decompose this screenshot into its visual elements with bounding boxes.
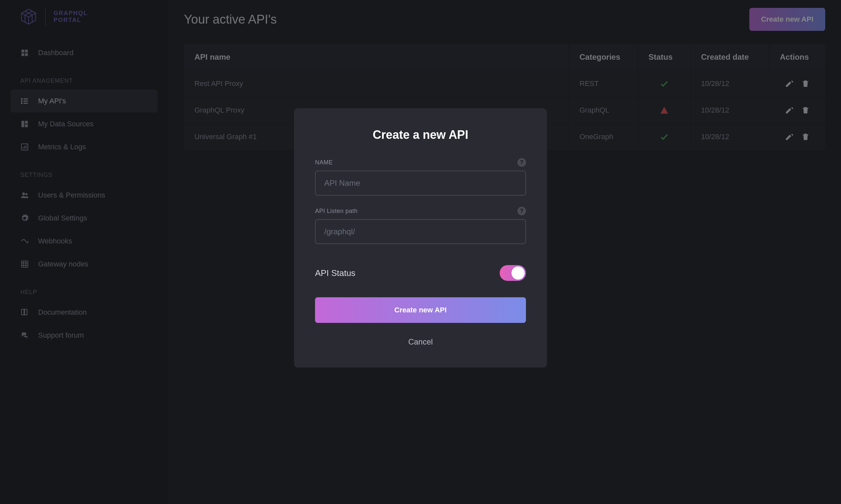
modal-overlay: Create a new API NAME ? API Listen path … [0,0,841,504]
api-path-input[interactable] [315,219,526,244]
modal-title: Create a new API [315,128,526,142]
name-help-icon[interactable]: ? [517,158,526,167]
modal-create-button[interactable]: Create new API [315,297,526,323]
api-name-input[interactable] [315,170,526,196]
create-api-modal: Create a new API NAME ? API Listen path … [294,108,547,367]
name-field-label: NAME [315,159,333,166]
api-status-label: API Status [315,268,356,278]
modal-cancel-button[interactable]: Cancel [315,333,526,351]
toggle-knob [512,267,525,280]
path-help-icon[interactable]: ? [517,207,526,215]
api-status-toggle[interactable] [500,265,526,281]
path-field-label: API Listen path [315,208,358,215]
